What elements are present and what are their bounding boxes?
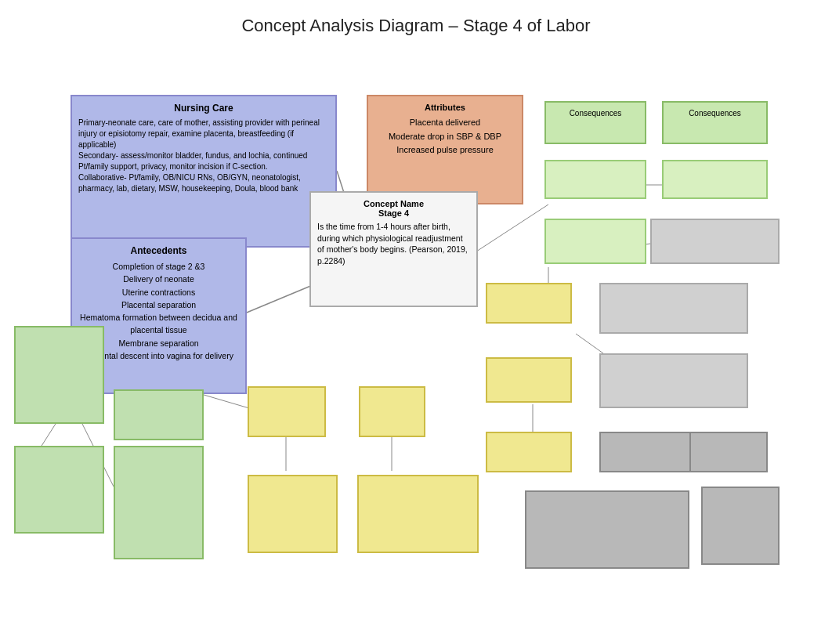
right-box-2-text: Consequences bbox=[670, 109, 760, 118]
right-box-15 bbox=[701, 487, 780, 565]
concept-name-title: Concept Name Stage 4 bbox=[317, 199, 470, 218]
svg-line-7 bbox=[576, 334, 603, 353]
right-box-6 bbox=[650, 219, 780, 264]
right-box-8 bbox=[599, 283, 748, 334]
right-box-14 bbox=[525, 490, 689, 569]
attributes-text: Placenta delivered Moderate drop in SBP … bbox=[374, 116, 515, 157]
svg-line-3 bbox=[476, 204, 548, 251]
right-box-10 bbox=[599, 353, 748, 408]
yellow-box-3 bbox=[248, 475, 338, 553]
sm-green-box-3 bbox=[114, 446, 204, 559]
nursing-care-title: Nursing Care bbox=[78, 103, 329, 114]
antecedents-title: Antecedents bbox=[78, 245, 239, 256]
svg-line-14 bbox=[196, 393, 249, 408]
right-box-2: Consequences bbox=[662, 101, 768, 144]
right-box-4 bbox=[662, 160, 768, 199]
yellow-box-2 bbox=[359, 386, 425, 437]
right-box-7 bbox=[486, 283, 572, 324]
sm-green-box-2 bbox=[14, 446, 104, 534]
sm-green-box-4 bbox=[114, 389, 204, 440]
concept-name-box: Concept Name Stage 4 Is the time from 1-… bbox=[309, 191, 478, 307]
right-box-1-text: Consequences bbox=[552, 109, 638, 118]
right-box-11 bbox=[486, 432, 572, 472]
yellow-box-1 bbox=[248, 386, 326, 437]
nursing-care-box: Nursing Care Primary-neonate care, care … bbox=[71, 95, 337, 248]
attributes-box: Attributes Placenta delivered Moderate d… bbox=[367, 95, 523, 204]
sm-green-box-1 bbox=[14, 326, 104, 424]
attributes-title: Attributes bbox=[374, 103, 515, 112]
right-box-3 bbox=[544, 160, 646, 199]
right-box-13 bbox=[689, 432, 768, 472]
right-box-9 bbox=[486, 357, 572, 403]
right-box-1: Consequences bbox=[544, 101, 646, 144]
nursing-care-text: Primary-neonate care, care of mother, as… bbox=[78, 118, 329, 194]
page-title: Concept Analysis Diagram – Stage 4 of La… bbox=[0, 0, 832, 48]
yellow-box-4 bbox=[357, 475, 479, 553]
concept-name-description: Is the time from 1-4 hours after birth, … bbox=[317, 221, 470, 267]
right-box-5 bbox=[544, 219, 646, 264]
